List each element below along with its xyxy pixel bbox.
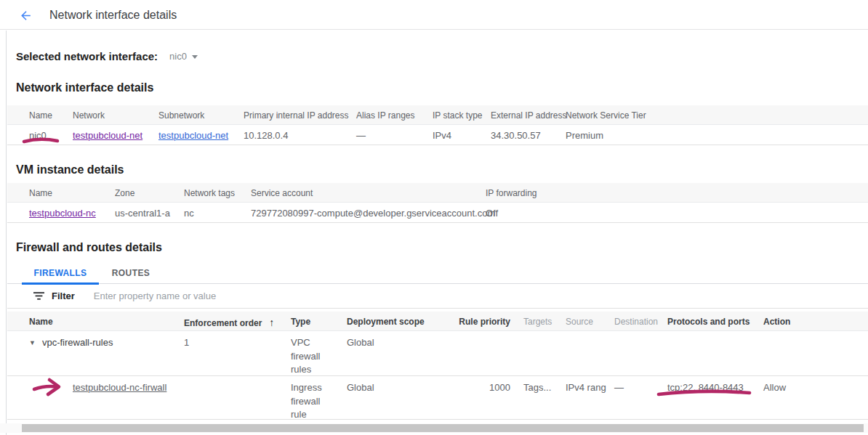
chevron-down-icon [192, 55, 198, 59]
top-app-bar: Network interface details [0, 0, 868, 30]
fw-col-rule-priority: Rule priority [452, 317, 510, 327]
nic-col-service-tier: Network Service Tier [566, 110, 646, 121]
vm-network-tags-value: nc [184, 208, 194, 219]
firewall-group-name: vpc-firewall-rules [42, 337, 113, 348]
fw-col-protocols-ports: Protocols and ports [667, 317, 750, 327]
nic-section-title: Network interface details [16, 81, 153, 94]
nic-stack-type-value: IPv4 [433, 130, 451, 141]
vm-name-link[interactable]: testpubcloud-nc [29, 208, 96, 219]
annotation-underline-nic0 [22, 135, 60, 145]
nic-col-name: Name [29, 110, 52, 121]
vm-col-name: Name [29, 188, 52, 198]
firewall-rule-scope: Global [347, 382, 374, 393]
filter-input[interactable] [94, 290, 406, 301]
sort-ascending-icon[interactable]: ↑ [269, 317, 274, 328]
firewall-rule-row: testpubcloud-nc-firwall Ingress firewall… [7, 376, 868, 420]
left-border-divider [6, 31, 7, 435]
filter-bar: Filter [7, 284, 868, 309]
selected-interface-row: Selected network interface: nic0 [16, 48, 198, 64]
nic-col-subnetwork: Subnetwork [158, 110, 204, 121]
nic-service-tier-value: Premium [566, 130, 603, 141]
firewall-section-title: Firewall and routes details [16, 241, 162, 254]
firewall-rule-priority: 1000 [452, 382, 510, 393]
nic-alias-ranges-value: — [356, 130, 366, 141]
nic-col-primary-ip: Primary internal IP address [244, 110, 349, 121]
firewall-table-header: Name Enforcement order↑ Type Deployment … [7, 312, 868, 331]
nic-col-stack-type: IP stack type [433, 110, 482, 121]
back-button[interactable] [19, 7, 36, 23]
tab-firewalls[interactable]: FIREWALLS [22, 261, 99, 284]
nic-primary-ip-value: 10.128.0.4 [244, 130, 288, 141]
firewall-routes-tabs: FIREWALLS ROUTES [7, 261, 868, 284]
vm-zone-value: us-central1-a [115, 208, 170, 219]
fw-col-enforcement-order-label: Enforcement order [184, 318, 262, 328]
fw-col-destination: Destination [614, 317, 658, 327]
vm-ip-forwarding-value: Off [486, 208, 498, 219]
vm-table-header: Name Zone Network tags Service account I… [7, 183, 868, 203]
fw-col-deployment-scope: Deployment scope [347, 317, 425, 327]
vm-col-service-account: Service account [251, 188, 313, 198]
firewall-group-toggle[interactable]: ▼ vpc-firewall-rules [29, 337, 113, 348]
filter-icon[interactable] [33, 291, 44, 301]
back-arrow-icon [19, 9, 33, 23]
interface-dropdown[interactable]: nic0 [169, 51, 198, 62]
fw-col-type: Type [291, 317, 310, 327]
vm-service-account-value: 729772080997-compute@developer.gservicea… [251, 208, 495, 219]
fw-col-source: Source [566, 317, 593, 327]
firewall-group-type: VPC firewall rules [291, 336, 337, 377]
page-title: Network interface details [49, 0, 177, 30]
firewall-rule-destination: — [614, 382, 624, 393]
firewall-rule-link[interactable]: testpubcloud-nc-firwall [73, 382, 166, 393]
expand-arrow-icon: ▼ [29, 339, 36, 346]
annotation-arrow-firewall-rule [32, 375, 70, 399]
horizontal-scrollbar-thumb[interactable] [22, 424, 864, 432]
vm-section-title: VM instance details [16, 163, 124, 176]
nic-subnetwork-link[interactable]: testpubcloud-net [158, 130, 228, 141]
annotation-underline-protocols [656, 388, 753, 398]
fw-col-action: Action [763, 317, 790, 327]
firewall-rule-type: Ingress firewall rule [291, 381, 337, 422]
nic-network-link[interactable]: testpubcloud-net [73, 130, 142, 141]
fw-col-name: Name [29, 317, 53, 327]
firewall-group-row: ▼ vpc-firewall-rules 1 VPC firewall rule… [7, 331, 868, 376]
firewall-rule-action: Allow [763, 382, 786, 393]
firewall-rule-targets: Tags... [523, 382, 551, 393]
selected-interface-label: Selected network interface: [16, 50, 158, 62]
tab-routes[interactable]: ROUTES [100, 261, 161, 284]
firewall-group-enforcement-order: 1 [184, 337, 189, 348]
firewall-group-scope: Global [347, 337, 374, 348]
nic-table-row: nic0 testpubcloud-net testpubcloud-net 1… [7, 125, 868, 145]
horizontal-scrollbar-track [0, 423, 868, 433]
vm-table-row: testpubcloud-nc us-central1-a nc 7297720… [7, 203, 868, 223]
vm-col-ip-forwarding: IP forwarding [486, 188, 537, 198]
nic-col-external-ip: External IP address [491, 110, 567, 121]
interface-dropdown-value: nic0 [169, 51, 187, 62]
vm-col-zone: Zone [115, 188, 134, 198]
nic-table-header: Name Network Subnetwork Primary internal… [7, 105, 868, 125]
nic-col-alias-ranges: Alias IP ranges [356, 110, 415, 121]
nic-col-network: Network [73, 110, 105, 121]
filter-label[interactable]: Filter [52, 290, 75, 301]
fw-col-enforcement-order[interactable]: Enforcement order↑ [184, 317, 274, 328]
vm-col-network-tags: Network tags [184, 188, 235, 198]
fw-col-targets: Targets [523, 317, 552, 327]
nic-external-ip-value: 34.30.50.57 [491, 130, 541, 141]
firewall-rule-source: IPv4 rang [566, 382, 608, 393]
